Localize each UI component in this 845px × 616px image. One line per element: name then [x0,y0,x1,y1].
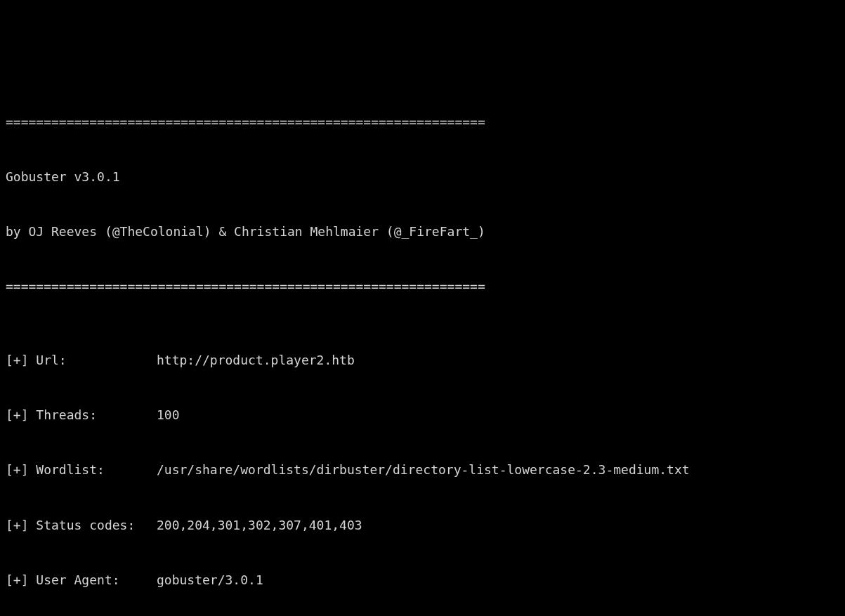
divider-line: ========================================… [6,277,839,296]
config-value: 100 [157,406,180,424]
divider-line: ========================================… [6,113,839,131]
config-key: [+] Url: [6,351,157,369]
config-row: [+] User Agent:gobuster/3.0.1 [6,571,839,589]
config-key: [+] User Agent: [6,571,157,589]
config-value: /usr/share/wordlists/dirbuster/directory… [157,461,690,479]
config-row: [+] Url:http://product.player2.htb [6,351,839,369]
config-row: [+] Threads:100 [6,406,839,424]
terminal-output[interactable]: ========================================… [6,76,839,616]
config-value: gobuster/3.0.1 [157,571,263,589]
config-value: http://product.player2.htb [157,351,355,369]
config-row: [+] Status codes:200,204,301,302,307,401… [6,516,839,535]
config-key: [+] Wordlist: [6,461,157,479]
config-value: 200,204,301,302,307,401,403 [157,516,362,535]
gobuster-authors: by OJ Reeves (@TheColonial) & Christian … [6,223,839,241]
config-row: [+] Wordlist:/usr/share/wordlists/dirbus… [6,461,839,479]
gobuster-title: Gobuster v3.0.1 [6,168,839,186]
config-key: [+] Threads: [6,406,157,424]
config-key: [+] Status codes: [6,516,157,535]
